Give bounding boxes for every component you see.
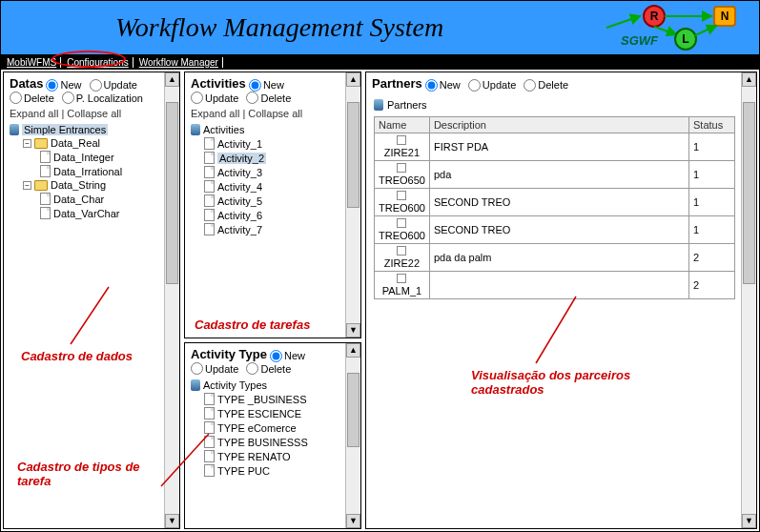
tree-leaf-type[interactable]: TYPE PUC — [217, 465, 270, 477]
app-title: Workflow Management System — [115, 12, 443, 43]
tree-leaf-type[interactable]: TYPE RENATO — [217, 451, 291, 462]
svg-line-0 — [606, 16, 640, 28]
doc-icon — [204, 223, 215, 235]
datas-radio-update[interactable]: Update — [90, 79, 137, 92]
logo-sgwf: R N L SGWF — [602, 3, 754, 52]
tree-leaf-type[interactable]: TYPE eComerce — [217, 422, 297, 434]
tree-leaf-data-integer[interactable]: Data_Integer — [53, 152, 114, 163]
activities-expand-all[interactable]: Expand all — [191, 108, 239, 119]
datas-radio-delete[interactable]: Delete — [10, 92, 54, 104]
tree-leaf-activity[interactable]: Activity_5 — [217, 195, 262, 207]
tree-node-data-real[interactable]: Data_Real — [51, 137, 100, 149]
tree-leaf-activity[interactable]: Activity_7 — [217, 224, 262, 235]
doc-icon — [40, 151, 51, 163]
tree-leaf-activity[interactable]: Activity_3 — [217, 167, 262, 178]
partners-radio-new[interactable]: New — [425, 79, 461, 92]
tree-leaf-data-varchar[interactable]: Data_VarChar — [53, 208, 120, 219]
annotation-cadastro-tipos: Cadastro de tipos de tarefa — [17, 460, 170, 488]
col-name[interactable]: Name — [375, 116, 430, 133]
acttype-radio-delete[interactable]: Delete — [246, 362, 291, 375]
menu-configurations[interactable]: Configurations — [63, 57, 133, 68]
activity-type-title: Activity Type — [191, 347, 267, 361]
activity-type-tree: Activity Types TYPE _BUSINESS TYPE ESCIE… — [185, 377, 360, 483]
datas-scrollbar[interactable]: ▲▼ — [164, 72, 179, 528]
annotation-visualizacao-parceiros: Visualisação dos parceiros cadastrados — [471, 368, 690, 397]
datas-tree: Simple Entrances −Data_Real Data_Integer… — [4, 121, 179, 226]
partners-radio-update[interactable]: Update — [468, 79, 516, 92]
row-icon — [397, 135, 406, 145]
tree-leaf-activity[interactable]: Activity_4 — [217, 181, 262, 193]
acttype-radio-new[interactable]: New — [270, 350, 305, 362]
doc-icon — [40, 207, 51, 219]
datas-radio-plocalization[interactable]: P. Localization — [62, 92, 143, 104]
db-icon — [191, 379, 200, 391]
partners-radio-delete[interactable]: Delete — [524, 79, 568, 92]
col-status[interactable]: Status — [689, 116, 735, 133]
partners-table: Name Description Status ZIRE21FIRST PDA1… — [374, 116, 735, 299]
tree-leaf-type[interactable]: TYPE _BUSINESS — [217, 394, 307, 405]
acttype-radio-update[interactable]: Update — [191, 362, 238, 375]
doc-icon — [204, 166, 215, 178]
col-description[interactable]: Description — [429, 116, 688, 133]
partners-list-label: Partners — [387, 99, 427, 111]
row-icon — [397, 246, 406, 256]
table-row[interactable]: TREO650pda1 — [375, 160, 735, 188]
doc-icon — [204, 421, 215, 434]
annotation-cadastro-tarefas: Cadastro de tarefas — [195, 317, 310, 332]
doc-icon — [204, 194, 215, 207]
svg-text:R: R — [650, 10, 659, 23]
tree-leaf-activity-selected[interactable]: Activity_2 — [217, 153, 266, 164]
row-icon — [397, 218, 406, 228]
annotation-arrow — [61, 282, 118, 349]
activities-panel: Activities New Update Delete Expand all … — [184, 72, 361, 338]
doc-icon — [204, 180, 215, 193]
tree-root-activities[interactable]: Activities — [203, 124, 244, 135]
tree-leaf-activity[interactable]: Activity_1 — [217, 138, 262, 150]
activities-radio-update[interactable]: Update — [191, 92, 238, 104]
tree-leaf-activity[interactable]: Activity_6 — [217, 210, 262, 221]
tree-leaf-data-char[interactable]: Data_Char — [53, 194, 104, 205]
table-row[interactable]: TREO600SECOND TREO1 — [375, 215, 735, 243]
table-row[interactable]: TREO600SECOND TREO1 — [375, 188, 735, 215]
activities-collapse-all[interactable]: Collapse all — [248, 108, 302, 119]
tree-toggle[interactable]: − — [23, 181, 31, 190]
svg-text:N: N — [721, 10, 729, 23]
tree-node-data-string[interactable]: Data_String — [51, 179, 106, 191]
table-row[interactable]: ZIRE22pda da palm2 — [375, 243, 735, 271]
tree-leaf-type[interactable]: TYPE ESCIENCE — [217, 408, 301, 419]
activities-radio-new[interactable]: New — [249, 79, 284, 92]
doc-icon — [204, 436, 215, 448]
tree-root-activity-types[interactable]: Activity Types — [203, 379, 267, 391]
row-icon — [397, 274, 406, 283]
partners-panel: Partners New Update Delete Partners Name… — [365, 72, 757, 529]
acttype-scrollbar[interactable]: ▲▼ — [345, 343, 360, 528]
tree-leaf-type[interactable]: TYPE BUSINESSS — [217, 437, 308, 448]
datas-title: Datas — [10, 76, 43, 91]
menu-bar: MobiWFMS Configurations Workflow Manager — [1, 54, 759, 70]
doc-icon — [204, 450, 215, 462]
svg-line-11 — [71, 287, 109, 344]
tree-toggle[interactable]: − — [23, 139, 31, 148]
datas-radio-new[interactable]: New — [46, 79, 81, 92]
activities-tree: Activities Activity_1 Activity_2 Activit… — [185, 121, 360, 242]
menu-workflow-manager[interactable]: Workflow Manager — [135, 57, 223, 68]
tree-root-simple-entrances[interactable]: Simple Entrances — [22, 124, 108, 135]
table-row[interactable]: ZIRE21FIRST PDA1 — [375, 133, 735, 160]
row-icon — [397, 191, 406, 200]
annotation-cadastro-dados: Cadastro de dados — [21, 349, 133, 363]
table-row[interactable]: PALM_12 — [375, 271, 735, 298]
partners-scrollbar[interactable]: ▲▼ — [741, 72, 756, 528]
menu-mobiwfms[interactable]: MobiWFMS — [3, 57, 61, 68]
doc-icon — [204, 137, 215, 150]
activities-scrollbar[interactable]: ▲▼ — [345, 72, 360, 338]
activities-radio-delete[interactable]: Delete — [246, 92, 291, 104]
partners-title: Partners — [372, 76, 422, 91]
doc-icon — [40, 193, 51, 205]
doc-icon — [40, 165, 51, 177]
activity-type-panel: Activity Type New Update Delete Activity… — [184, 342, 361, 529]
tree-leaf-data-irrational[interactable]: Data_Irrational — [53, 166, 122, 177]
datas-collapse-all[interactable]: Collapse all — [67, 108, 121, 119]
doc-icon — [204, 407, 215, 419]
datas-expand-all[interactable]: Expand all — [10, 108, 58, 119]
svg-line-13 — [536, 297, 576, 363]
